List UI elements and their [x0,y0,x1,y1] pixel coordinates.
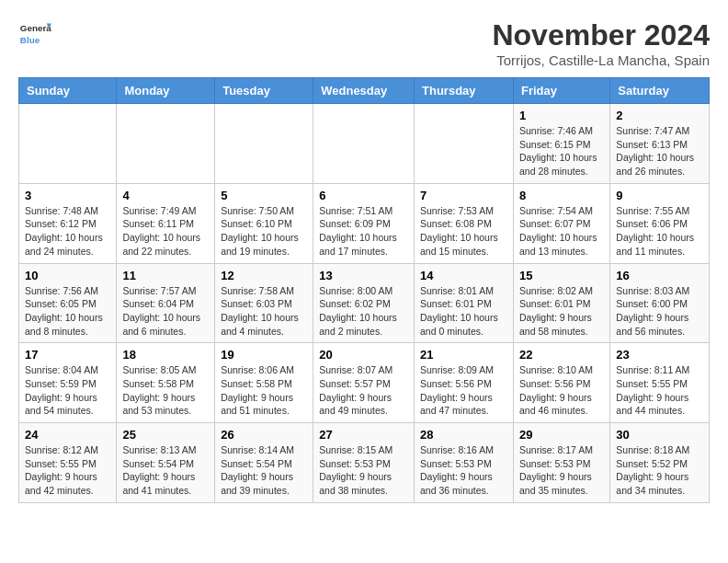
day-number: 7 [420,189,507,202]
day-number: 19 [221,348,307,362]
day-info: Sunrise: 7:49 AM Sunset: 6:11 PM Dayligh… [122,204,209,259]
day-number: 6 [319,189,408,202]
calendar-header-row: SundayMondayTuesdayWednesdayThursdayFrid… [19,78,710,104]
calendar-cell: 7Sunrise: 7:53 AM Sunset: 6:08 PM Daylig… [415,183,514,263]
day-number: 9 [616,189,703,202]
calendar-week-row: 17Sunrise: 8:04 AM Sunset: 5:59 PM Dayli… [19,343,710,423]
day-info: Sunrise: 8:02 AM Sunset: 6:01 PM Dayligh… [519,284,604,339]
calendar-cell: 10Sunrise: 7:56 AM Sunset: 6:05 PM Dayli… [19,263,117,343]
header-day-sunday: Sunday [19,78,117,104]
calendar-cell [215,104,313,184]
header-day-monday: Monday [117,78,215,104]
calendar-cell: 30Sunrise: 8:18 AM Sunset: 5:52 PM Dayli… [610,423,710,503]
day-number: 11 [122,269,209,282]
day-info: Sunrise: 8:12 AM Sunset: 5:55 PM Dayligh… [25,443,110,498]
calendar-cell [19,104,117,184]
logo-icon: General Blue [18,18,51,52]
header-day-friday: Friday [513,78,609,104]
header-day-thursday: Thursday [415,78,514,104]
calendar-cell: 18Sunrise: 8:05 AM Sunset: 5:58 PM Dayli… [117,343,215,423]
calendar-week-row: 3Sunrise: 7:48 AM Sunset: 6:12 PM Daylig… [19,183,710,263]
calendar-cell [117,104,215,184]
day-number: 4 [122,189,209,202]
day-number: 1 [519,109,604,122]
day-info: Sunrise: 7:57 AM Sunset: 6:04 PM Dayligh… [122,284,209,339]
day-number: 27 [319,428,408,442]
day-number: 20 [319,348,408,362]
day-number: 24 [25,428,110,442]
calendar-cell: 22Sunrise: 8:10 AM Sunset: 5:56 PM Dayli… [513,343,609,423]
calendar-cell: 12Sunrise: 7:58 AM Sunset: 6:03 PM Dayli… [215,263,313,343]
calendar-cell: 8Sunrise: 7:54 AM Sunset: 6:07 PM Daylig… [513,183,609,263]
calendar-cell: 9Sunrise: 7:55 AM Sunset: 6:06 PM Daylig… [610,183,710,263]
day-info: Sunrise: 7:50 AM Sunset: 6:10 PM Dayligh… [221,204,307,259]
day-info: Sunrise: 7:58 AM Sunset: 6:03 PM Dayligh… [221,284,307,339]
day-info: Sunrise: 7:53 AM Sunset: 6:08 PM Dayligh… [420,204,507,259]
calendar-cell: 20Sunrise: 8:07 AM Sunset: 5:57 PM Dayli… [313,343,415,423]
day-info: Sunrise: 8:00 AM Sunset: 6:02 PM Dayligh… [319,284,408,339]
calendar-cell [415,104,514,184]
day-info: Sunrise: 8:15 AM Sunset: 5:53 PM Dayligh… [319,443,408,498]
calendar-cell: 2Sunrise: 7:47 AM Sunset: 6:13 PM Daylig… [610,104,710,184]
day-info: Sunrise: 8:13 AM Sunset: 5:54 PM Dayligh… [122,443,209,498]
header-day-wednesday: Wednesday [313,78,415,104]
day-number: 26 [221,428,307,442]
calendar-week-row: 24Sunrise: 8:12 AM Sunset: 5:55 PM Dayli… [19,423,710,503]
calendar-cell: 6Sunrise: 7:51 AM Sunset: 6:09 PM Daylig… [313,183,415,263]
day-info: Sunrise: 7:55 AM Sunset: 6:06 PM Dayligh… [616,204,703,259]
calendar-cell: 29Sunrise: 8:17 AM Sunset: 5:53 PM Dayli… [513,423,609,503]
day-info: Sunrise: 8:06 AM Sunset: 5:58 PM Dayligh… [221,363,307,418]
title-section: November 2024 Torrijos, Castille-La Manc… [492,18,710,68]
calendar-cell: 16Sunrise: 8:03 AM Sunset: 6:00 PM Dayli… [610,263,710,343]
day-number: 2 [616,109,703,122]
day-info: Sunrise: 8:07 AM Sunset: 5:57 PM Dayligh… [319,363,408,418]
day-info: Sunrise: 8:01 AM Sunset: 6:01 PM Dayligh… [420,284,507,339]
day-number: 12 [221,269,307,282]
day-info: Sunrise: 8:04 AM Sunset: 5:59 PM Dayligh… [25,363,110,418]
calendar-cell: 1Sunrise: 7:46 AM Sunset: 6:15 PM Daylig… [513,104,609,184]
calendar-cell: 21Sunrise: 8:09 AM Sunset: 5:56 PM Dayli… [415,343,514,423]
day-info: Sunrise: 8:17 AM Sunset: 5:53 PM Dayligh… [519,443,604,498]
calendar-table: SundayMondayTuesdayWednesdayThursdayFrid… [18,77,710,503]
header-day-tuesday: Tuesday [215,78,313,104]
day-info: Sunrise: 8:05 AM Sunset: 5:58 PM Dayligh… [122,363,209,418]
calendar-cell: 23Sunrise: 8:11 AM Sunset: 5:55 PM Dayli… [610,343,710,423]
day-number: 13 [319,269,408,282]
calendar-cell: 13Sunrise: 8:00 AM Sunset: 6:02 PM Dayli… [313,263,415,343]
svg-text:General: General [20,23,51,33]
day-info: Sunrise: 8:03 AM Sunset: 6:00 PM Dayligh… [616,284,703,339]
day-number: 16 [616,269,703,282]
day-info: Sunrise: 8:10 AM Sunset: 5:56 PM Dayligh… [519,363,604,418]
calendar-cell [313,104,415,184]
day-info: Sunrise: 8:11 AM Sunset: 5:55 PM Dayligh… [616,363,703,418]
day-info: Sunrise: 8:18 AM Sunset: 5:52 PM Dayligh… [616,443,703,498]
calendar-cell: 25Sunrise: 8:13 AM Sunset: 5:54 PM Dayli… [117,423,215,503]
day-info: Sunrise: 7:51 AM Sunset: 6:09 PM Dayligh… [319,204,408,259]
day-number: 15 [519,269,604,282]
calendar-cell: 24Sunrise: 8:12 AM Sunset: 5:55 PM Dayli… [19,423,117,503]
day-number: 3 [25,189,110,202]
calendar-cell: 3Sunrise: 7:48 AM Sunset: 6:12 PM Daylig… [19,183,117,263]
day-info: Sunrise: 7:47 AM Sunset: 6:13 PM Dayligh… [616,124,703,178]
month-title: November 2024 [492,18,710,52]
day-info: Sunrise: 7:46 AM Sunset: 6:15 PM Dayligh… [519,124,604,178]
location-subtitle: Torrijos, Castille-La Mancha, Spain [492,52,710,68]
calendar-cell: 26Sunrise: 8:14 AM Sunset: 5:54 PM Dayli… [215,423,313,503]
calendar-week-row: 1Sunrise: 7:46 AM Sunset: 6:15 PM Daylig… [19,104,710,184]
header: General Blue November 2024 Torrijos, Cas… [18,18,710,68]
day-number: 28 [420,428,507,442]
day-info: Sunrise: 7:56 AM Sunset: 6:05 PM Dayligh… [25,284,110,339]
calendar-cell: 27Sunrise: 8:15 AM Sunset: 5:53 PM Dayli… [313,423,415,503]
day-number: 21 [420,348,507,362]
day-number: 25 [122,428,209,442]
calendar-cell: 11Sunrise: 7:57 AM Sunset: 6:04 PM Dayli… [117,263,215,343]
calendar-cell: 17Sunrise: 8:04 AM Sunset: 5:59 PM Dayli… [19,343,117,423]
calendar-cell: 4Sunrise: 7:49 AM Sunset: 6:11 PM Daylig… [117,183,215,263]
calendar-cell: 15Sunrise: 8:02 AM Sunset: 6:01 PM Dayli… [513,263,609,343]
day-info: Sunrise: 8:09 AM Sunset: 5:56 PM Dayligh… [420,363,507,418]
header-day-saturday: Saturday [610,78,710,104]
day-number: 17 [25,348,110,362]
day-info: Sunrise: 7:54 AM Sunset: 6:07 PM Dayligh… [519,204,604,259]
day-number: 10 [25,269,110,282]
day-number: 29 [519,428,604,442]
